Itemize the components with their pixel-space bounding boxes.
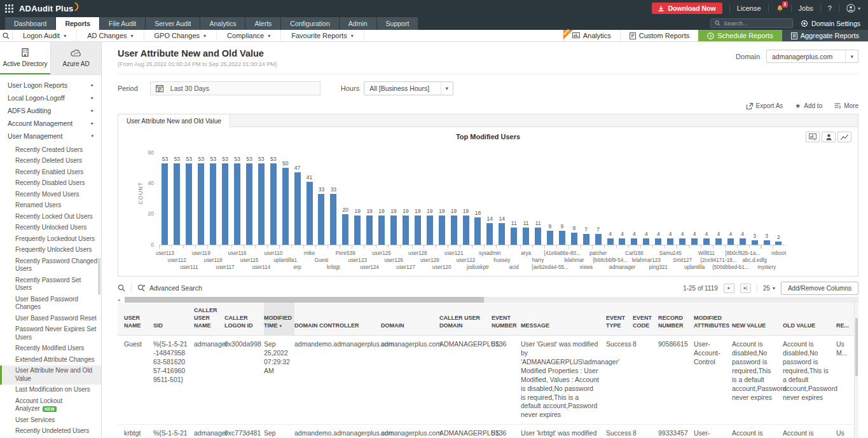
bar[interactable] [740, 238, 746, 245]
vertical-scrollbar[interactable] [854, 303, 858, 438]
sidebar-item-last-modification-on-users[interactable]: Last Modification on Users [0, 385, 101, 396]
sidebar-item-recently-enabled-users[interactable]: Recently Enabled Users [0, 167, 101, 178]
bar[interactable] [571, 233, 577, 245]
bar[interactable] [186, 163, 192, 245]
nav-tab-dashboard[interactable]: Dashboard [5, 17, 55, 30]
download-now-button[interactable]: Download Now [652, 3, 722, 14]
column-header-user-name[interactable]: USER NAME [118, 303, 153, 336]
bar[interactable] [366, 216, 373, 245]
add-remove-columns-button[interactable]: Add/Remove Columns [781, 282, 858, 295]
column-header-event-number[interactable]: EVENT NUMBER [492, 303, 521, 336]
vertical-scrollbar-thumb[interactable] [855, 318, 858, 376]
sidebar-item-frequently-unlocked-users[interactable]: Frequently Unlocked Users [0, 245, 101, 256]
column-header-new-value[interactable]: NEW VALUE [732, 303, 783, 336]
export-chart-icon[interactable] [806, 132, 820, 142]
notifications-bell-icon[interactable]: 3 [776, 4, 784, 13]
bar[interactable] [162, 163, 168, 245]
bar[interactable] [559, 231, 565, 245]
nav-tab-support[interactable]: Support [377, 17, 418, 30]
nav-tab-configuration[interactable]: Configuration [281, 17, 338, 30]
bar[interactable] [703, 238, 710, 245]
sidebar-scrollbar-thumb[interactable] [98, 258, 100, 295]
sidebar-item-recently-locked-out-users[interactable]: Recently Locked Out Users [0, 211, 101, 222]
bar[interactable] [294, 172, 301, 245]
add-to-button[interactable]: ★ Add to [795, 102, 822, 109]
bar[interactable] [258, 163, 265, 245]
bar[interactable] [378, 216, 385, 245]
scrollbar-thumb[interactable] [125, 297, 484, 303]
bar[interactable] [523, 228, 529, 245]
bar[interactable] [486, 223, 493, 245]
nav-tab-reports[interactable]: Reports [56, 17, 99, 30]
sidebar-item-extended-attribute-changes[interactable]: Extended Attribute Changes [0, 354, 101, 366]
bar[interactable] [752, 240, 758, 245]
aggregate-reports-button[interactable]: Aggregate Reports [782, 30, 868, 41]
analytics-quick-link[interactable]: NEW Analytics [563, 30, 620, 41]
bar[interactable] [775, 242, 782, 245]
column-header-event-code[interactable]: EVENT CODE [633, 303, 658, 336]
advanced-search-button[interactable]: Advanced Search [137, 284, 202, 292]
line-chart-icon[interactable] [837, 132, 851, 142]
menu-ad-changes[interactable]: AD Changes▾ [77, 30, 144, 41]
bar[interactable] [535, 228, 541, 245]
nav-tab-analytics[interactable]: Analytics [200, 17, 245, 30]
bar[interactable] [679, 238, 685, 245]
domain-select[interactable]: admanagerplus.com ▾ [766, 50, 858, 63]
schedule-reports-button[interactable]: Schedule Reports [698, 30, 782, 41]
bar[interactable] [619, 238, 625, 245]
page-size-select[interactable]: 25 ▾ [763, 285, 775, 292]
scroll-left-icon[interactable]: ◂ [118, 298, 125, 303]
bar[interactable] [354, 216, 361, 245]
bar[interactable] [547, 231, 553, 245]
bar[interactable] [463, 216, 469, 245]
license-link[interactable]: License [737, 4, 761, 12]
period-input[interactable]: Last 30 Days [150, 81, 320, 95]
sidebar-item-recently-undeleted-users[interactable]: Recently Undeleted Users [0, 426, 101, 437]
tab-user-attribute-new-and-old-value[interactable]: User Attribute New and Old Value [118, 114, 230, 127]
bar[interactable] [403, 216, 409, 245]
column-header-old-value[interactable]: OLD VALUE [783, 303, 836, 336]
bar[interactable] [318, 194, 324, 245]
domain-settings-button[interactable]: Domain Settings [801, 20, 860, 27]
bar[interactable] [342, 214, 348, 245]
global-search-input[interactable]: Search... [710, 18, 793, 28]
tab-active-directory[interactable]: Active Directory [0, 42, 50, 74]
top-users-icon[interactable] [822, 132, 836, 142]
sidebar-group-user-logon-reports[interactable]: User Logon Reports▸ [0, 79, 101, 92]
bar[interactable] [667, 238, 673, 245]
bar[interactable] [270, 163, 277, 245]
more-button[interactable]: More [834, 102, 858, 109]
bar[interactable] [474, 217, 481, 245]
column-header-record-number[interactable]: RECORD NUMBER [658, 303, 694, 336]
bar[interactable] [282, 168, 289, 245]
bar[interactable] [499, 223, 505, 245]
bar[interactable] [583, 234, 589, 245]
column-header-event-type[interactable]: EVENT TYPE [606, 303, 633, 336]
hours-select[interactable]: All [Business Hours] ▾ [364, 81, 453, 95]
bar[interactable] [198, 163, 204, 245]
bar[interactable] [655, 238, 661, 245]
sidebar-item-user-based-password-reset[interactable]: User Based Password Reset [0, 313, 101, 324]
sidebar-item-account-lockout-analyzer[interactable]: Account Lockout AnalyzerNEW [0, 395, 101, 414]
bar[interactable] [631, 238, 637, 245]
jobs-link[interactable]: Jobs [799, 4, 813, 12]
sidebar-item-user-services[interactable]: User Services [0, 414, 101, 426]
table-search-icon[interactable] [118, 284, 125, 292]
bar[interactable] [595, 234, 602, 245]
sidebar-item-recently-deleted-users[interactable]: Recently Deleted Users [0, 156, 101, 167]
sidebar-item-user-attribute-new-and-old-value[interactable]: User Attribute New and Old Value [0, 366, 101, 385]
report-search-icon[interactable] [0, 30, 13, 41]
bar[interactable] [307, 182, 313, 245]
column-header-sid[interactable]: SID [153, 303, 194, 336]
menu-logon-audit[interactable]: Logon Audit▾ [13, 30, 77, 41]
last-page-button[interactable]: ▸| [740, 284, 751, 293]
export-as-button[interactable]: Export As [747, 102, 783, 109]
tab-azure-ad[interactable]: Azure AD [50, 42, 101, 74]
nav-tab-alerts[interactable]: Alerts [245, 17, 280, 30]
scrollbar-track[interactable] [125, 297, 858, 303]
sidebar-item-recently-modified-users[interactable]: Recently Modified Users [0, 343, 101, 355]
bar[interactable] [691, 238, 698, 245]
bar[interactable] [210, 163, 216, 245]
sidebar-group-adfs-auditing[interactable]: ADFS Auditing▸ [0, 104, 101, 117]
bar[interactable] [174, 163, 180, 245]
